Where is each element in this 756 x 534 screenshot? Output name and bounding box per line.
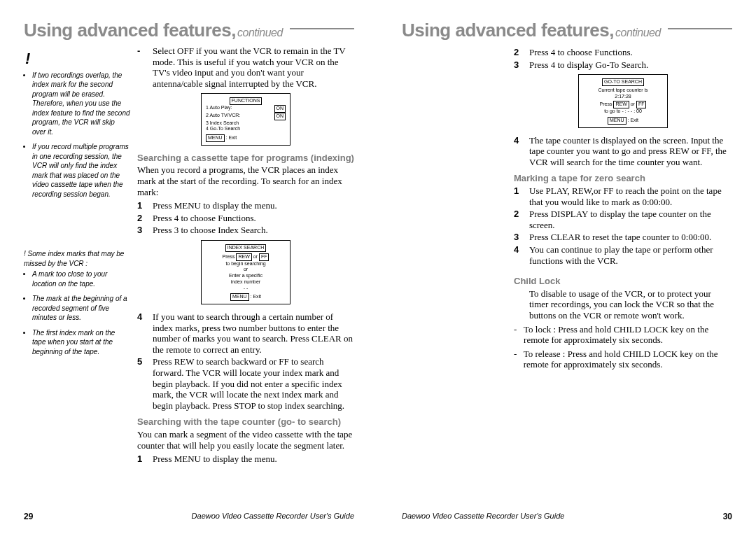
left-main-column: -Select OFF if you want the VCR to remai… xyxy=(137,45,354,468)
side-note: The first index mark on the tape when yo… xyxy=(32,328,130,357)
list-item: Press MENU to display the menu. xyxy=(153,200,354,211)
list-item: The tape counter is displayed on the scr… xyxy=(529,135,732,168)
osd-index-search: INDEX SEARCH Press REW or FF to begin se… xyxy=(201,240,290,304)
page-footer: 29 Daewoo Video Cassette Recorder User's… xyxy=(24,512,354,521)
heading-goto-search: Searching with the tape counter (go- to … xyxy=(137,416,354,428)
doc-title: Daewoo Video Cassette Recorder User's Gu… xyxy=(402,512,564,521)
side-note: A mark too close to your location on the… xyxy=(32,269,130,288)
list-item: Press 4 to display Go-To Search. xyxy=(529,59,732,71)
list-item: Use PLAY, REW,or FF to reach the point o… xyxy=(529,185,732,207)
side-note: If two recordings overlap, the index mar… xyxy=(32,71,130,137)
list-item: Press MENU to display the menu. xyxy=(153,454,354,465)
list-item: Press CLEAR to reset the tape counter to… xyxy=(529,232,732,243)
list-item: To lock : Press and hold CHILD LOCK key … xyxy=(524,324,732,346)
body-text: When you record a programs, the VCR plac… xyxy=(137,164,354,197)
doc-title: Daewoo Video Cassette Recorder User's Gu… xyxy=(192,512,354,521)
left-side-notes: ! If two recordings overlap, the index m… xyxy=(24,45,130,468)
section-title-continued: continued xyxy=(237,27,283,39)
list-item: You can continue to play the tape or per… xyxy=(529,244,732,266)
side-note: The mark at the beginning of a recorded … xyxy=(32,294,130,323)
section-title: Using advanced features, continued xyxy=(24,20,354,41)
section-title: Using advanced features, continued xyxy=(402,20,732,41)
title-rule xyxy=(290,28,354,29)
list-item: Press REW to search backward or FF to se… xyxy=(153,356,354,411)
list-item: If you want to search through a certain … xyxy=(153,311,354,355)
page-30: Using advanced features, continued 2Pres… xyxy=(378,0,756,534)
section-title-continued: continued xyxy=(615,27,661,39)
list-item: Press 3 to choose Index Search. xyxy=(153,225,354,236)
osd-functions: FUNCTIONS 1 Auto Play:ON 2 Auto TV/VCR:O… xyxy=(201,93,290,146)
section-title-text: Using advanced features, xyxy=(24,20,236,41)
body-text: Select OFF if you want the VCR to remain… xyxy=(153,45,354,89)
page-number: 29 xyxy=(24,512,33,521)
attention-icon: ! xyxy=(25,48,130,69)
body-text: You can mark a segment of the video cass… xyxy=(137,429,354,451)
title-rule xyxy=(668,28,732,29)
list-item: To release : Press and hold CHILD LOCK k… xyxy=(524,349,732,370)
heading-index-search: Searching a cassette tape for programs (… xyxy=(137,153,354,164)
list-item: Press 4 to choose Functions. xyxy=(529,47,732,58)
heading-child-lock: Child Lock xyxy=(514,276,732,287)
side-note: If you record multiple programs in one r… xyxy=(32,142,130,199)
page-29: Using advanced features, continued ! If … xyxy=(0,0,378,534)
right-main-column: 2Press 4 to choose Functions. 3Press 4 t… xyxy=(514,45,732,521)
page-footer: Daewoo Video Cassette Recorder User's Gu… xyxy=(402,512,732,521)
missed-marks-intro: ! Some index marks that may be missed by… xyxy=(24,249,130,268)
body-text: To disable to usage of the VCR, or to pr… xyxy=(529,288,732,321)
list-item: Press 4 to choose Functions. xyxy=(153,213,354,224)
section-title-text: Using advanced features, xyxy=(402,20,614,41)
list-item: Press DISPLAY to display the tape counte… xyxy=(529,209,732,230)
osd-goto-search: GO-TO SEARCH Current tape counter is 2:1… xyxy=(578,74,668,128)
heading-zero-search: Marking a tape for zero search xyxy=(514,173,732,184)
page-number: 30 xyxy=(723,512,732,521)
